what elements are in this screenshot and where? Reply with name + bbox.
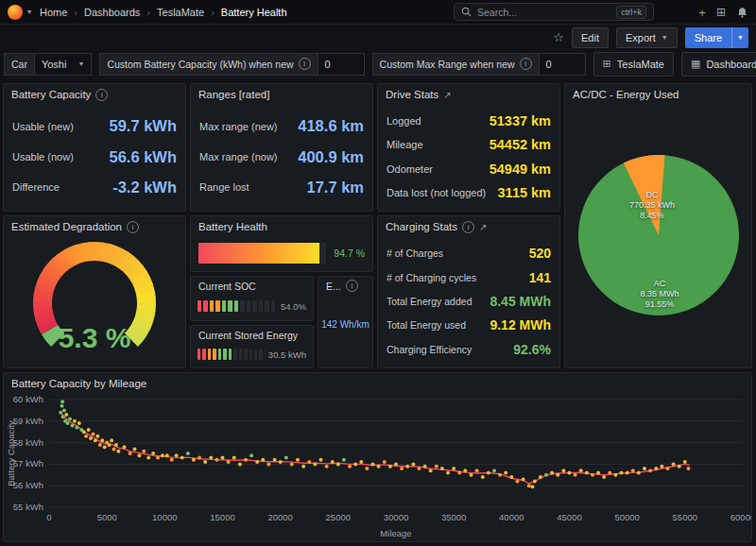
svg-text:15000: 15000 xyxy=(210,512,234,522)
top-nav: ▾ Home › Dashboards › TeslaMate › Batter… xyxy=(0,0,756,25)
stat-label: Total Energy used xyxy=(387,319,466,331)
stat-row: Charging Efficiency92.6% xyxy=(387,342,551,357)
stat-value: 520 xyxy=(529,246,551,261)
edit-button[interactable]: Edit xyxy=(572,27,609,48)
lcd-cell xyxy=(202,349,205,360)
panel-title-text: Drive Stats xyxy=(386,89,438,100)
bell-icon[interactable] xyxy=(736,7,748,19)
lcd-cell xyxy=(247,300,250,312)
panel-battery-capacity: Battery Capacity i Usable (new)59.7 kWhU… xyxy=(3,83,186,212)
svg-text:55 kWh: 55 kWh xyxy=(13,502,43,512)
search-icon xyxy=(461,7,472,17)
apps-icon[interactable]: ⊞ xyxy=(716,6,726,19)
info-icon[interactable]: i xyxy=(95,89,108,101)
external-link-icon[interactable]: ↗ xyxy=(479,222,487,232)
stat-row: Range lost17.7 km xyxy=(199,179,364,196)
info-icon[interactable]: i xyxy=(462,221,474,233)
plus-icon[interactable]: + xyxy=(698,7,706,19)
svg-text:55000: 55000 xyxy=(673,512,697,522)
car-label: Car xyxy=(4,53,35,76)
stat-label: Range lost xyxy=(199,181,249,193)
car-variable: Car Yoshi ▼ xyxy=(4,53,92,76)
chevron-down-icon: ▼ xyxy=(662,34,668,41)
stored-energy-lcd-gauge: 30.5 kWh xyxy=(191,344,313,365)
panel-capacity-by-mileage: Battery Capacity by Mileage 55 kWh56 kWh… xyxy=(3,372,752,542)
stat-value: 418.6 km xyxy=(298,117,364,135)
panel-title[interactable]: Charging Stats i ↗ xyxy=(378,216,559,237)
export-button[interactable]: Export ▼ xyxy=(616,27,678,48)
custom-capacity-input[interactable]: 0 xyxy=(318,53,365,76)
svg-text:25000: 25000 xyxy=(326,512,351,522)
custom-capacity-label-text: Custom Battery Capacity (kWh) when new xyxy=(107,59,293,70)
lcd-cell xyxy=(213,349,215,360)
svg-text:57 kWh: 57 kWh xyxy=(13,458,43,469)
stat-row: # of Charging cycles141 xyxy=(387,270,551,285)
panel-title-text: Estimated Degradation xyxy=(11,221,122,232)
svg-text:40000: 40000 xyxy=(499,512,524,522)
breadcrumb-home[interactable]: Home xyxy=(40,7,67,18)
stat-label: Mileage xyxy=(387,139,423,150)
svg-text:30000: 30000 xyxy=(384,512,408,522)
info-icon[interactable]: i xyxy=(299,58,311,70)
panel-title[interactable]: AC/DC - Energy Used xyxy=(565,84,751,105)
share-dropdown-button[interactable]: ▼ xyxy=(731,27,748,48)
svg-text:35000: 35000 xyxy=(441,512,466,522)
dashboard-actions: ☆ Edit Export ▼ Share ▼ xyxy=(0,26,756,49)
panel-title[interactable]: Drive Stats ↗ xyxy=(378,84,559,105)
panel-title-text: Charging Stats xyxy=(386,221,457,232)
scatter-chart: 55 kWh56 kWh57 kWh58 kWh59 kWh60 kWh0500… xyxy=(4,394,751,539)
star-icon[interactable]: ☆ xyxy=(553,30,564,44)
chevron-down-icon[interactable]: ▾ xyxy=(27,8,31,16)
info-icon[interactable]: i xyxy=(346,280,358,292)
stat-row: Usable (now)56.6 kWh xyxy=(12,148,177,166)
stat-value: 92.6% xyxy=(513,342,551,357)
car-select[interactable]: Yoshi ▼ xyxy=(35,53,92,76)
stored-energy-value: 30.5 kWh xyxy=(268,350,306,360)
stat-list: Usable (new)59.7 kWhUsable (now)56.6 kWh… xyxy=(4,105,185,209)
share-label: Share xyxy=(685,27,731,48)
panel-efficiency: E... i 142 Wh/km xyxy=(318,276,373,368)
svg-text:50000: 50000 xyxy=(614,512,639,522)
svg-text:45000: 45000 xyxy=(557,512,581,522)
panel-title[interactable]: E... i xyxy=(318,277,372,295)
panel-title-text: Battery Health xyxy=(198,221,267,232)
stat-label: Odometer xyxy=(387,163,433,175)
stat-label: Usable (new) xyxy=(12,121,74,132)
panel-title[interactable]: Estimated Degradation i xyxy=(4,216,185,237)
panel-title-text: AC/DC - Energy Used xyxy=(573,89,679,100)
lcd-cell xyxy=(254,349,257,360)
breadcrumb-dashboards[interactable]: Dashboards xyxy=(84,7,140,18)
panel-title[interactable]: Current SOC xyxy=(191,277,313,295)
breadcrumb-teslamate[interactable]: TeslaMate xyxy=(157,7,204,18)
custom-capacity-label: Custom Battery Capacity (kWh) when new i xyxy=(99,53,318,76)
stat-value: 3115 km xyxy=(498,185,551,200)
dashboards-link-button[interactable]: ▦ Dashboards xyxy=(681,52,756,77)
custom-range-input[interactable]: 0 xyxy=(540,53,586,76)
panel-drive-stats: Drive Stats ↗ Logged51337 kmMileage54452… xyxy=(377,83,560,212)
panel-title[interactable]: Ranges [rated] xyxy=(191,84,372,105)
panel-ranges: Ranges [rated] Max range (new)418.6 kmMa… xyxy=(190,83,373,212)
panel-title-text: Current SOC xyxy=(198,281,256,292)
panel-title[interactable]: Battery Capacity i xyxy=(4,84,185,105)
panel-title[interactable]: Battery Health xyxy=(191,216,372,237)
stat-label: # of Charging cycles xyxy=(387,272,476,283)
teslamate-link-button[interactable]: ⊞ TeslaMate xyxy=(593,52,674,77)
info-icon[interactable]: i xyxy=(520,58,532,70)
stat-row: Mileage54452 km xyxy=(387,137,551,152)
svg-text:58 kWh: 58 kWh xyxy=(13,437,43,448)
dashboards-link-label: Dashboards xyxy=(706,59,756,70)
bar-gauge-fill xyxy=(198,243,319,264)
panel-charging-stats: Charging Stats i ↗ # of Charges520# of C… xyxy=(377,215,560,368)
search-input[interactable]: Search... ctrl+k xyxy=(454,3,654,21)
panel-estimated-degradation: Estimated Degradation i 5.3 % xyxy=(3,215,186,368)
stat-value: 59.7 kWh xyxy=(109,117,177,135)
stat-label: Max range (now) xyxy=(199,151,278,162)
share-button[interactable]: Share ▼ xyxy=(685,27,748,48)
info-icon[interactable]: i xyxy=(127,221,139,233)
lcd-cell xyxy=(208,349,211,360)
panel-title[interactable]: Battery Capacity by Mileage xyxy=(4,373,751,394)
panel-title[interactable]: Current Stored Energy xyxy=(191,326,313,344)
external-link-icon[interactable]: ↗ xyxy=(443,90,451,100)
grafana-logo[interactable] xyxy=(8,5,23,20)
lcd-cells xyxy=(198,300,275,312)
